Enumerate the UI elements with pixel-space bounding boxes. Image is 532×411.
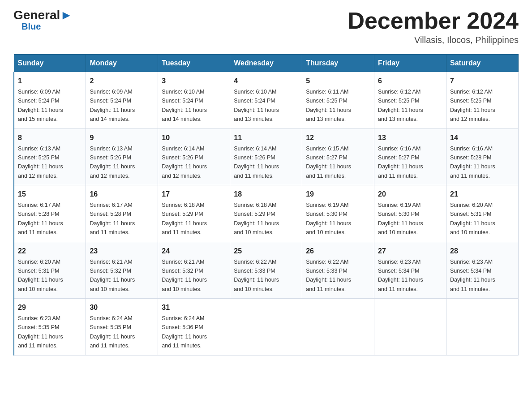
day-info: Sunrise: 6:21 AMSunset: 5:32 PMDaylight:… (162, 259, 207, 292)
day-number: 4 (234, 76, 298, 86)
day-number: 2 (90, 76, 154, 86)
calendar-cell: 8 Sunrise: 6:13 AMSunset: 5:25 PMDayligh… (14, 128, 86, 185)
day-number: 24 (162, 246, 226, 257)
day-info: Sunrise: 6:09 AMSunset: 5:24 PMDaylight:… (90, 89, 135, 122)
day-info: Sunrise: 6:13 AMSunset: 5:26 PMDaylight:… (90, 146, 135, 179)
day-number: 11 (234, 133, 298, 143)
day-number: 31 (162, 302, 226, 313)
calendar-cell: 10 Sunrise: 6:14 AMSunset: 5:26 PMDaylig… (158, 128, 230, 185)
day-number: 29 (18, 302, 82, 313)
page-header: General► Blue December 2024 Villasis, Il… (13, 9, 519, 45)
day-info: Sunrise: 6:18 AMSunset: 5:29 PMDaylight:… (234, 202, 279, 235)
calendar-cell: 14 Sunrise: 6:16 AMSunset: 5:28 PMDaylig… (446, 128, 519, 185)
day-number: 9 (90, 133, 154, 143)
calendar-cell: 18 Sunrise: 6:18 AMSunset: 5:29 PMDaylig… (230, 185, 302, 242)
day-number: 14 (450, 133, 515, 143)
day-info: Sunrise: 6:12 AMSunset: 5:25 PMDaylight:… (450, 89, 495, 122)
day-info: Sunrise: 6:22 AMSunset: 5:33 PMDaylight:… (234, 259, 279, 292)
header-wednesday: Wednesday (230, 55, 302, 72)
day-number: 12 (306, 133, 370, 143)
day-info: Sunrise: 6:22 AMSunset: 5:33 PMDaylight:… (306, 259, 351, 292)
day-info: Sunrise: 6:18 AMSunset: 5:29 PMDaylight:… (162, 202, 207, 235)
calendar-cell: 5 Sunrise: 6:11 AMSunset: 5:25 PMDayligh… (302, 72, 374, 129)
calendar-cell: 16 Sunrise: 6:17 AMSunset: 5:28 PMDaylig… (86, 185, 158, 242)
day-number: 19 (306, 189, 370, 200)
day-number: 22 (18, 246, 82, 257)
day-number: 3 (162, 76, 226, 86)
day-number: 5 (306, 76, 370, 86)
day-number: 23 (90, 246, 154, 257)
day-number: 18 (234, 189, 298, 200)
header-saturday: Saturday (446, 55, 519, 72)
week-row-1: 1 Sunrise: 6:09 AMSunset: 5:24 PMDayligh… (14, 72, 519, 129)
calendar-cell: 24 Sunrise: 6:21 AMSunset: 5:32 PMDaylig… (158, 242, 230, 299)
day-number: 25 (234, 246, 298, 257)
day-number: 15 (18, 189, 82, 200)
day-info: Sunrise: 6:24 AMSunset: 5:36 PMDaylight:… (162, 315, 207, 349)
calendar-cell: 22 Sunrise: 6:20 AMSunset: 5:31 PMDaylig… (14, 242, 86, 299)
day-info: Sunrise: 6:12 AMSunset: 5:25 PMDaylight:… (378, 89, 423, 122)
day-number: 8 (18, 133, 82, 143)
header-friday: Friday (374, 55, 446, 72)
week-row-5: 29 Sunrise: 6:23 AMSunset: 5:35 PMDaylig… (14, 299, 519, 355)
day-number: 30 (90, 302, 154, 313)
day-info: Sunrise: 6:20 AMSunset: 5:31 PMDaylight:… (18, 259, 63, 292)
calendar-cell: 2 Sunrise: 6:09 AMSunset: 5:24 PMDayligh… (86, 72, 158, 129)
day-number: 1 (18, 76, 82, 86)
calendar-cell: 12 Sunrise: 6:15 AMSunset: 5:27 PMDaylig… (302, 128, 374, 185)
logo: General► Blue (13, 9, 73, 32)
day-info: Sunrise: 6:15 AMSunset: 5:27 PMDaylight:… (306, 146, 351, 179)
day-info: Sunrise: 6:17 AMSunset: 5:28 PMDaylight:… (18, 202, 63, 235)
header-tuesday: Tuesday (158, 55, 230, 72)
week-row-2: 8 Sunrise: 6:13 AMSunset: 5:25 PMDayligh… (14, 128, 519, 185)
day-info: Sunrise: 6:23 AMSunset: 5:35 PMDaylight:… (18, 315, 63, 349)
day-number: 28 (450, 246, 515, 257)
header-sunday: Sunday (14, 55, 86, 72)
day-number: 7 (450, 76, 515, 86)
logo-arrow-shape: ► (60, 8, 73, 22)
day-number: 27 (378, 246, 442, 257)
day-info: Sunrise: 6:11 AMSunset: 5:25 PMDaylight:… (306, 89, 351, 122)
month-title: December 2024 (348, 9, 519, 32)
calendar-cell: 25 Sunrise: 6:22 AMSunset: 5:33 PMDaylig… (230, 242, 302, 299)
day-info: Sunrise: 6:19 AMSunset: 5:30 PMDaylight:… (306, 202, 351, 235)
calendar-cell: 30 Sunrise: 6:24 AMSunset: 5:35 PMDaylig… (86, 299, 158, 355)
day-number: 17 (162, 189, 226, 200)
location: Villasis, Ilocos, Philippines (348, 35, 519, 45)
calendar-cell: 23 Sunrise: 6:21 AMSunset: 5:32 PMDaylig… (86, 242, 158, 299)
calendar-cell: 13 Sunrise: 6:16 AMSunset: 5:27 PMDaylig… (374, 128, 446, 185)
logo-text: General► (13, 9, 73, 21)
day-info: Sunrise: 6:23 AMSunset: 5:34 PMDaylight:… (450, 259, 495, 292)
header-monday: Monday (86, 55, 158, 72)
calendar-cell: 6 Sunrise: 6:12 AMSunset: 5:25 PMDayligh… (374, 72, 446, 129)
header-thursday: Thursday (302, 55, 374, 72)
day-info: Sunrise: 6:20 AMSunset: 5:31 PMDaylight:… (450, 202, 495, 235)
day-number: 16 (90, 189, 154, 200)
day-info: Sunrise: 6:24 AMSunset: 5:35 PMDaylight:… (90, 315, 135, 349)
calendar-cell: 28 Sunrise: 6:23 AMSunset: 5:34 PMDaylig… (446, 242, 519, 299)
day-number: 10 (162, 133, 226, 143)
calendar-cell: 15 Sunrise: 6:17 AMSunset: 5:28 PMDaylig… (14, 185, 86, 242)
calendar-cell: 3 Sunrise: 6:10 AMSunset: 5:24 PMDayligh… (158, 72, 230, 129)
calendar-cell: 19 Sunrise: 6:19 AMSunset: 5:30 PMDaylig… (302, 185, 374, 242)
calendar-cell: 21 Sunrise: 6:20 AMSunset: 5:31 PMDaylig… (446, 185, 519, 242)
title-block: December 2024 Villasis, Ilocos, Philippi… (348, 9, 519, 45)
calendar-cell: 7 Sunrise: 6:12 AMSunset: 5:25 PMDayligh… (446, 72, 519, 129)
calendar-cell (302, 299, 374, 355)
calendar-cell: 26 Sunrise: 6:22 AMSunset: 5:33 PMDaylig… (302, 242, 374, 299)
day-number: 26 (306, 246, 370, 257)
day-info: Sunrise: 6:09 AMSunset: 5:24 PMDaylight:… (18, 89, 63, 122)
calendar-cell (230, 299, 302, 355)
day-info: Sunrise: 6:10 AMSunset: 5:24 PMDaylight:… (162, 89, 207, 122)
day-number: 6 (378, 76, 442, 86)
calendar-cell (374, 299, 446, 355)
calendar-cell: 20 Sunrise: 6:19 AMSunset: 5:30 PMDaylig… (374, 185, 446, 242)
calendar-cell: 17 Sunrise: 6:18 AMSunset: 5:29 PMDaylig… (158, 185, 230, 242)
day-info: Sunrise: 6:16 AMSunset: 5:28 PMDaylight:… (450, 146, 495, 179)
day-info: Sunrise: 6:17 AMSunset: 5:28 PMDaylight:… (90, 202, 135, 235)
day-info: Sunrise: 6:16 AMSunset: 5:27 PMDaylight:… (378, 146, 423, 179)
day-info: Sunrise: 6:14 AMSunset: 5:26 PMDaylight:… (234, 146, 279, 179)
day-number: 20 (378, 189, 442, 200)
week-row-4: 22 Sunrise: 6:20 AMSunset: 5:31 PMDaylig… (14, 242, 519, 299)
calendar-cell: 9 Sunrise: 6:13 AMSunset: 5:26 PMDayligh… (86, 128, 158, 185)
